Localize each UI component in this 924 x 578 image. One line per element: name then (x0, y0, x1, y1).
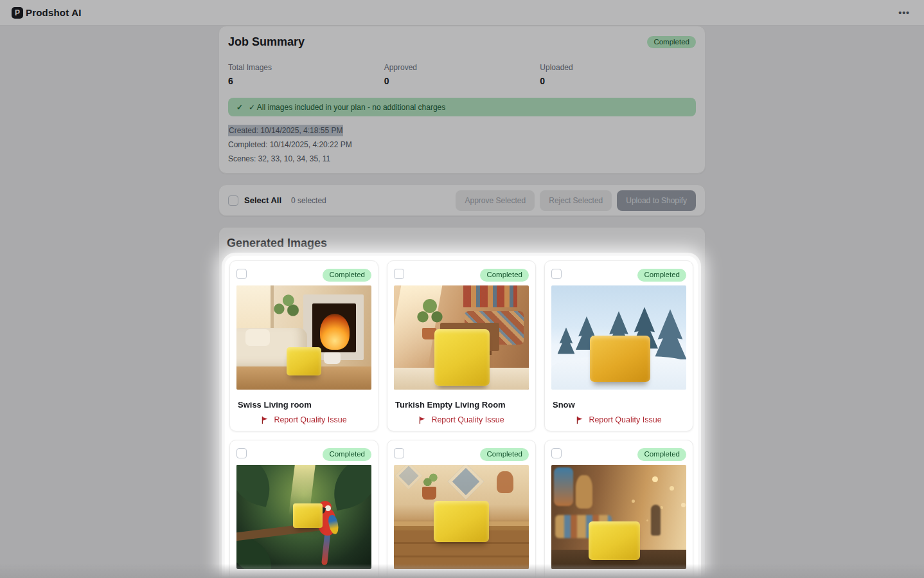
generated-images-card: Generated Images Completed (218, 227, 706, 578)
pine-tree-shape (557, 327, 574, 354)
image-status-badge: Completed (637, 269, 686, 282)
image-select-checkbox[interactable] (551, 448, 562, 458)
generated-image-card: Completed Snow (544, 260, 693, 431)
soap-bar (589, 521, 640, 560)
bokeh-lights-shape (652, 476, 658, 482)
image-status-badge: Completed (637, 448, 686, 461)
generated-image-card: Completed (229, 440, 378, 578)
soap-bar (434, 329, 490, 386)
image-title: Snow (551, 390, 686, 410)
report-quality-issue-link[interactable]: Report Quality Issue (394, 410, 529, 433)
generated-image-thumbnail[interactable] (551, 465, 686, 569)
image-title: Turkish Bazar Table (551, 569, 686, 578)
parrot-face-shape (325, 505, 331, 511)
tile-shape (448, 465, 484, 500)
image-title: South American Countertop (394, 569, 529, 578)
generated-image-thumbnail[interactable] (394, 465, 529, 569)
bazaar-stall-shape (554, 467, 573, 506)
image-status-badge: Completed (480, 448, 529, 461)
fire-shape (320, 314, 350, 350)
generated-image-thumbnail[interactable] (236, 285, 371, 390)
person-silhouette-shape (651, 505, 661, 536)
image-select-checkbox[interactable] (236, 448, 247, 458)
pot-shape (497, 471, 513, 493)
image-title: Turkish Empty Living Room (394, 390, 529, 410)
flag-icon (576, 416, 584, 424)
image-select-checkbox[interactable] (236, 269, 247, 279)
mug-shape (324, 352, 341, 364)
jungle-leaf-shape (236, 537, 271, 569)
image-title: Tropical (236, 569, 371, 578)
plant-pot-shape (422, 487, 436, 500)
soap-bar (590, 336, 650, 382)
pine-tree-shape (654, 309, 687, 359)
image-select-checkbox[interactable] (394, 448, 404, 458)
tour-spotlight-region: Completed Swiss Living room (225, 256, 698, 578)
image-status-badge: Completed (480, 269, 529, 282)
report-quality-issue-link[interactable]: Report Quality Issue (551, 410, 686, 433)
bazaar-stall-shape (576, 475, 592, 509)
pillow-shape (245, 329, 270, 346)
report-quality-issue-link[interactable]: Report Quality Issue (236, 410, 371, 433)
generated-image-card: Completed Swiss Living room (229, 260, 378, 431)
jungle-leaf-shape (236, 465, 278, 507)
image-status-badge: Completed (323, 448, 371, 461)
image-title: Swiss Living room (236, 390, 371, 410)
generated-image-card: Completed Turkish Bazar Table (544, 440, 693, 578)
generated-image-card: Completed South American Countertop (387, 440, 536, 578)
soap-bar (287, 347, 321, 375)
image-select-checkbox[interactable] (394, 269, 404, 279)
generated-image-thumbnail[interactable] (551, 285, 686, 390)
plant-shape (270, 292, 301, 320)
generated-image-thumbnail[interactable] (394, 285, 529, 390)
wall-rug-shape (463, 285, 517, 307)
jungle-leaf-shape (327, 465, 371, 510)
generated-image-card: Completed Turkish Empty Living Room (387, 260, 536, 431)
soap-bar (434, 501, 489, 542)
generated-images-grid: Completed Swiss Living room (229, 260, 693, 578)
image-select-checkbox[interactable] (551, 269, 562, 279)
flag-icon (418, 416, 427, 424)
flag-icon (261, 416, 269, 424)
generated-image-thumbnail[interactable] (236, 465, 371, 569)
image-status-badge: Completed (323, 269, 371, 282)
soap-bar (293, 503, 323, 528)
